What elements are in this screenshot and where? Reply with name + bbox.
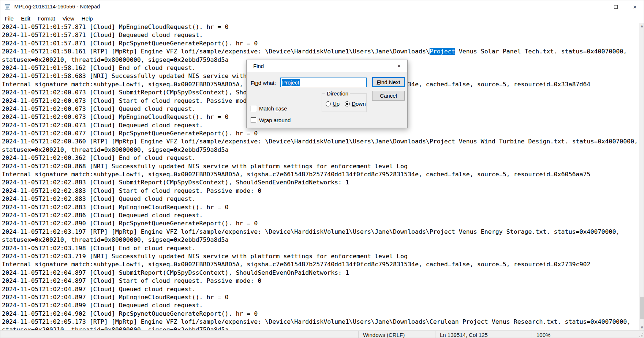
log-line: statusex=0x200210, threatid=0x80000000, … <box>0 326 639 330</box>
log-line: 2024-11-05T21:02:02.883 [Cloud] Start of… <box>0 187 639 195</box>
minimize-icon <box>595 7 599 7</box>
log-line: statusex=0x200210, threatid=0x80000000, … <box>0 146 639 154</box>
scrollbar-up-button[interactable]: ∧ <box>639 23 644 29</box>
log-line: 2024-11-05T21:01:57.871 [Cloud] MpEngine… <box>0 23 639 31</box>
close-icon: ✕ <box>633 5 637 10</box>
radio-icon <box>326 101 331 106</box>
log-line: 2024-11-05T21:02:02.883 [Cloud] MpEngine… <box>0 203 639 211</box>
log-line: 2024-11-05T21:02:04.897 [Cloud] MpEngine… <box>0 293 639 301</box>
log-line: 2024-11-05T21:02:03.197 [RTP] [MpRtp] En… <box>0 228 639 236</box>
cancel-label: Cancel <box>380 93 397 99</box>
menu-item-format[interactable]: Format <box>34 14 59 23</box>
checkbox-icon <box>251 117 256 123</box>
minimize-button[interactable] <box>587 0 606 14</box>
selected-input-text: Project <box>282 79 300 86</box>
status-zoom-level: 100% <box>532 331 638 338</box>
log-line: 2024-11-05T21:02:00.868 [NRI] Successful… <box>0 162 639 170</box>
chevron-up-icon: ∧ <box>641 24 643 28</box>
log-line: 2024-11-05T21:02:00.360 [RTP] [MpRtp] En… <box>0 138 639 146</box>
status-bar: Windows (CRLF) Ln 139514, Col 125 100% <box>0 330 644 338</box>
find-next-label: Find Next <box>377 79 400 85</box>
checkbox-icon <box>251 106 256 111</box>
log-line: 2024-11-05T21:01:57.871 [Cloud] RpcSpyne… <box>0 40 639 48</box>
status-cursor-position: Ln 139514, Col 125 <box>435 331 532 338</box>
menu-item-edit[interactable]: Edit <box>17 14 34 23</box>
log-line: statusex=0x200210, threatid=0x80000000, … <box>0 236 639 244</box>
log-line: 2024-11-05T21:02:04.897 [Cloud] Queued c… <box>0 285 639 293</box>
log-line: 2024-11-05T21:02:02.883 [Cloud] Queued c… <box>0 195 639 203</box>
search-match-highlight: Project <box>430 48 455 55</box>
status-line-ending: Windows (CRLF) <box>358 331 435 338</box>
cancel-button[interactable]: Cancel <box>372 91 405 101</box>
menu-item-help[interactable]: Help <box>78 14 97 23</box>
find-next-button[interactable]: Find Next <box>372 77 405 87</box>
direction-up-radio[interactable]: Up <box>326 101 340 107</box>
log-line: 2024-11-05T21:02:03.719 [NRI] Successful… <box>0 252 639 260</box>
chevron-down-icon: ∨ <box>641 325 643 329</box>
direction-groupbox: Direction Up Down <box>322 93 367 112</box>
find-dialog-titlebar[interactable]: Find ✕ <box>247 60 407 72</box>
log-line: 2024-11-05T21:02:04.897 [Cloud] SubmitRe… <box>0 269 639 277</box>
log-line: 2024-11-05T21:01:57.871 [Cloud] Dequeued… <box>0 31 639 39</box>
resize-grip-icon[interactable] <box>639 333 644 338</box>
log-line: 2024-11-05T21:02:05.173 [RTP] [MpRtp] En… <box>0 318 639 326</box>
scrollbar-thumb[interactable] <box>640 297 644 319</box>
window-title: MPLog-20181114-160556 - Notepad <box>14 4 100 10</box>
find-what-input[interactable]: Project <box>280 78 367 87</box>
match-case-checkbox[interactable]: Match case <box>251 105 287 112</box>
down-label: Down <box>352 101 366 107</box>
vertical-scrollbar[interactable]: ∧ ∨ <box>639 23 644 330</box>
notepad-app-icon <box>4 3 11 10</box>
log-line: 2024-11-05T21:02:04.897 [Cloud] Start of… <box>0 277 639 285</box>
menu-bar: File Edit Format View Help <box>0 14 644 23</box>
radio-icon <box>345 101 350 106</box>
log-line: Internal signature match:subtype=Lowfi, … <box>0 170 639 179</box>
log-line: 2024-11-05T21:02:00.077 [Cloud] RpcSpyne… <box>0 129 639 138</box>
scrollbar-down-button[interactable]: ∨ <box>639 324 644 330</box>
log-line: Internal signature match:subtype=Lowfi, … <box>0 260 639 268</box>
log-line: 2024-11-05T21:02:02.883 [Cloud] SubmitRe… <box>0 179 639 187</box>
find-dialog-close-button[interactable]: ✕ <box>391 60 407 72</box>
menu-item-view[interactable]: View <box>59 14 78 23</box>
direction-down-radio[interactable]: Down <box>345 101 366 107</box>
wrap-around-label: Wrap around <box>259 117 291 123</box>
log-line: 2024-11-05T21:02:03.198 [Cloud] End of c… <box>0 244 639 252</box>
close-button[interactable]: ✕ <box>625 0 644 14</box>
maximize-button[interactable] <box>606 0 625 14</box>
log-line: 2024-11-05T21:02:04.899 [Cloud] Dequeued… <box>0 301 639 309</box>
maximize-icon <box>614 5 618 9</box>
log-line: 2024-11-05T21:02:02.886 [Cloud] Dequeued… <box>0 211 639 219</box>
log-line: 2024-11-05T21:02:00.362 [Cloud] End of c… <box>0 154 639 162</box>
title-bar[interactable]: MPLog-20181114-160556 - Notepad ✕ <box>0 0 644 14</box>
wrap-around-checkbox[interactable]: Wrap around <box>251 117 291 123</box>
log-line: 2024-11-05T21:01:58.161 [RTP] [MpRtp] En… <box>0 48 639 56</box>
find-dialog: Find ✕ Find what: Project Find Next Canc… <box>246 60 408 128</box>
close-icon: ✕ <box>397 63 401 69</box>
up-label: Up <box>333 101 340 107</box>
menu-item-file[interactable]: File <box>1 14 17 23</box>
log-line: 2024-11-05T21:02:04.902 [Cloud] RpcSpyne… <box>0 310 639 318</box>
log-line: 2024-11-05T21:02:02.890 [Cloud] RpcSpyne… <box>0 219 639 228</box>
direction-label: Direction <box>325 90 350 97</box>
find-what-label: Find what: <box>251 80 276 86</box>
match-case-label: Match case <box>259 105 287 112</box>
find-dialog-title: Find <box>253 63 264 69</box>
